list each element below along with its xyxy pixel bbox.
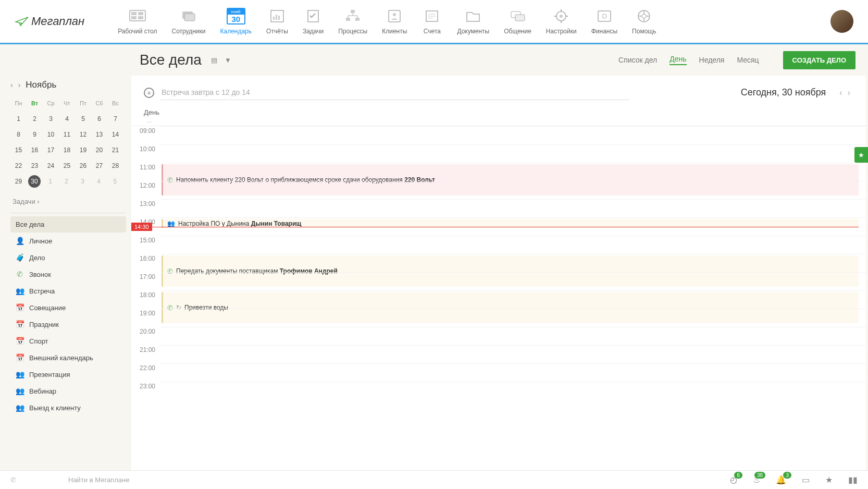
avatar[interactable] [830,10,853,33]
nav-clients[interactable]: Клиенты [375,4,414,39]
message-icon[interactable]: ▭ [802,475,810,485]
mini-cal-day[interactable]: 28 [107,158,123,174]
view-list[interactable]: Список дел [618,56,657,64]
time-slot[interactable]: 18:00✆↻Привезти воды [131,290,866,309]
quick-add-input[interactable] [160,85,629,100]
mini-cal-day[interactable]: 15 [10,142,27,158]
time-slot[interactable]: 09:00 [131,126,866,144]
view-day[interactable]: День [669,55,686,65]
nav-calendar[interactable]: нояб30 Календарь [213,4,259,39]
add-plus-icon[interactable]: + [144,88,154,98]
nav-finance[interactable]: Финансы [584,4,625,39]
time-slot[interactable]: 22:00 [131,363,866,382]
global-search-input[interactable] [68,476,730,484]
alert-icon[interactable]: ◴6 [730,475,737,485]
time-slot[interactable]: 21:00 [131,345,866,363]
mini-cal-day[interactable]: 23 [27,158,43,174]
time-slot[interactable]: 12:00 [131,181,866,199]
sidebar-item-case[interactable]: 🧳Дело [10,249,126,266]
bell-icon[interactable]: 🔔3 [776,475,786,485]
nav-help[interactable]: Помощь [625,4,663,39]
mini-cal-day[interactable]: 1 [10,111,27,127]
mini-cal-day[interactable]: 3 [75,174,91,189]
nav-reports[interactable]: Отчёты [259,4,295,39]
star-icon[interactable]: ★ [825,475,833,485]
nav-processes[interactable]: Процессы [331,4,375,39]
time-slot[interactable]: 20:00 [131,327,866,345]
logo[interactable]: Мегаплан [15,15,84,28]
mini-cal-day[interactable]: 17 [43,142,59,158]
mini-cal-day[interactable]: 20 [91,142,107,158]
nav-documents[interactable]: Документы [450,4,497,39]
mini-cal-day[interactable]: 2 [58,174,75,189]
timeline[interactable]: 09:0010:0011:00✆Напомнить клиенту 220 Во… [131,126,866,470]
mini-cal-day[interactable]: 11 [59,127,75,142]
time-slot[interactable]: 19:00 [131,309,866,327]
time-slot[interactable]: 16:00✆Передать документы поставщикам Тро… [131,254,866,272]
sidebar-item-pres[interactable]: 👥Презентация [10,366,126,383]
mini-cal-day[interactable]: 25 [59,158,75,174]
next-day[interactable]: › [848,88,850,97]
mini-cal-day[interactable]: 5 [107,174,123,189]
nav-invoices[interactable]: Счета [414,4,450,39]
mini-cal-day[interactable]: 5 [75,111,91,127]
view-week[interactable]: Неделя [699,56,725,64]
sidebar-item-webinar[interactable]: 👥Вебинар [10,383,126,399]
sidebar-item-sport[interactable]: 📅Спорт [10,333,126,349]
phone-icon[interactable]: ✆ [10,476,16,484]
mini-cal-day[interactable]: 10 [43,127,59,142]
mini-cal-day[interactable]: 18 [59,142,75,158]
tasks-link[interactable]: Задачи [13,198,126,205]
nav-tasks[interactable]: Задачи [295,4,331,39]
mini-cal-day[interactable]: 3 [43,111,59,127]
nav-employees[interactable]: Сотрудники [164,4,213,39]
view-month[interactable]: Месяц [737,56,759,64]
mini-cal-day[interactable]: 14 [107,127,123,142]
mini-cal-day[interactable]: 4 [91,174,107,189]
nav-settings[interactable]: Настройки [539,4,584,39]
mini-cal-day[interactable]: 29 [10,174,27,189]
sidebar-item-visit[interactable]: 👥Выезд к клиенту [10,399,126,416]
time-slot[interactable]: 10:00 [131,144,866,163]
nav-desktop[interactable]: Рабочий стол [110,4,164,39]
mini-cal-day[interactable]: 4 [59,111,75,127]
filter-icon[interactable]: ▼ [225,56,231,64]
mini-cal-day[interactable]: 1 [42,174,58,189]
sidebar-item-meeting[interactable]: 👥Встреча [10,283,126,299]
mini-cal-day[interactable]: 12 [75,127,91,142]
mini-cal-day[interactable]: 30 [28,175,41,188]
mini-cal-day[interactable]: 27 [91,158,107,174]
sidebar-item-personal[interactable]: 👤Личное [10,233,126,249]
mini-cal-day[interactable]: 19 [75,142,91,158]
mini-cal-day[interactable]: 21 [107,142,123,158]
mini-cal-day[interactable]: 7 [107,111,123,127]
time-slot[interactable]: 17:00 [131,272,866,290]
mini-cal-day[interactable]: 26 [75,158,91,174]
sidebar-item-call[interactable]: ✆Звонок [10,266,126,283]
mini-cal-day[interactable]: 16 [27,142,43,158]
next-month[interactable]: › [18,81,21,89]
time-slot[interactable]: 23:00 [131,382,866,400]
time-slot[interactable]: 13:00 [131,199,866,217]
mini-cal-day[interactable]: 9 [27,127,43,142]
mini-cal-day[interactable]: 24 [43,158,59,174]
create-button[interactable]: СОЗДАТЬ ДЕЛО [783,51,855,69]
sidebar-item-all[interactable]: Все дела [10,216,126,233]
sidebar-item-extcal[interactable]: 📅Внешний календарь [10,349,126,366]
nav-chat[interactable]: Общение [497,4,539,39]
book-icon[interactable]: ▮▮ [848,475,858,485]
sidebar-item-holiday[interactable]: 📅Праздник [10,316,126,333]
mini-cal-day[interactable]: 8 [10,127,27,142]
time-slot[interactable]: 11:00✆Напомнить клиенту 220 Вольт о приб… [131,163,866,181]
list-icon[interactable]: ▤ [211,56,217,64]
time-slot[interactable]: 15:00 [131,236,866,254]
mini-cal-day[interactable]: 22 [10,158,27,174]
mini-cal-day[interactable]: 2 [27,111,43,127]
flame-icon[interactable]: ♨38 [753,475,760,485]
mini-cal-day[interactable]: 6 [91,111,107,127]
prev-month[interactable]: ‹ [10,81,13,89]
mini-cal-day[interactable]: 13 [91,127,107,142]
prev-day[interactable]: ‹ [839,88,842,97]
star-tab[interactable]: ★ [854,147,868,163]
sidebar-item-conf[interactable]: 📅Совещание [10,299,126,316]
